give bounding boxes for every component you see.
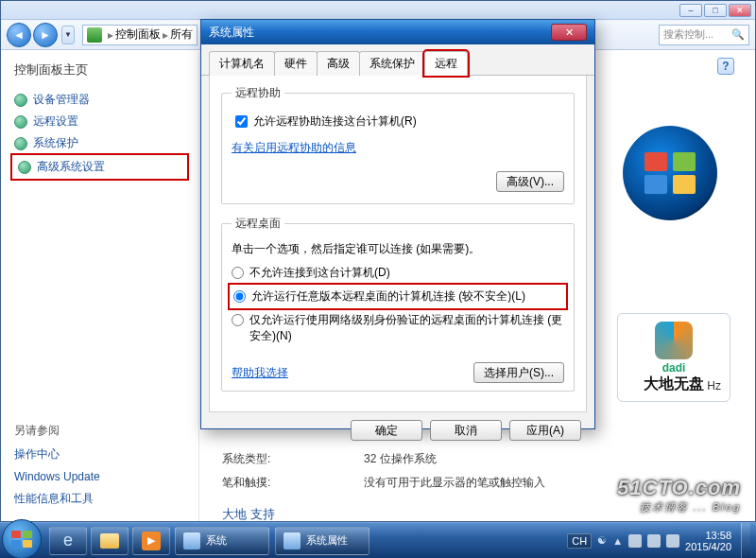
nav-history-dropdown[interactable]: ▼ xyxy=(61,26,75,44)
watermark-text: 51CTO.com xyxy=(617,476,741,499)
remote-desktop-group: 远程桌面 单击一个选项，然后指定谁可以连接 (如果需要)。 不允许连接到这台计算… xyxy=(221,216,575,392)
sidebar: 控制面板主页 设备管理器 远程设置 系统保护 高级系统设置 另请参阅 操作中心 … xyxy=(1,52,199,521)
tab-hardware[interactable]: 硬件 xyxy=(274,51,318,76)
radio-allow-any-version[interactable]: 允许运行任意版本远程桌面的计算机连接 (较不安全)(L) xyxy=(232,287,564,306)
breadcrumb-part[interactable]: 控制面板 xyxy=(115,26,161,43)
search-placeholder: 搜索控制... xyxy=(663,27,713,42)
taskbar-ie-icon[interactable]: e xyxy=(49,527,87,555)
tab-advanced[interactable]: 高级 xyxy=(317,51,360,76)
tray-expand-icon[interactable]: ▲ xyxy=(612,535,623,547)
search-icon: 🔍 xyxy=(731,28,745,41)
sidebar-item-label: 远程设置 xyxy=(33,113,78,130)
taskbar-media-player-icon[interactable]: ▶ xyxy=(132,527,170,555)
remote-assistance-info-link[interactable]: 有关启用远程协助的信息 xyxy=(232,140,356,156)
dadi-icon xyxy=(655,322,693,359)
sidebar-home[interactable]: 控制面板主页 xyxy=(14,61,185,78)
info-value: 没有可用于此显示器的笔或触控输入 xyxy=(364,475,545,491)
system-tray: CH ☯ ▲ 13:58 2015/4/20 xyxy=(567,523,756,559)
see-also-windows-update[interactable]: Windows Update xyxy=(14,470,185,483)
remote-desktop-hint: 单击一个选项，然后指定谁可以连接 (如果需要)。 xyxy=(232,241,564,257)
app-icon xyxy=(183,532,200,549)
checkbox-label: 允许远程协助连接这台计算机(R) xyxy=(253,113,417,130)
tray-flag-icon[interactable] xyxy=(628,534,642,548)
taskbar-explorer-icon[interactable] xyxy=(91,527,129,555)
maximize-button[interactable]: □ xyxy=(704,4,727,17)
minimize-button[interactable]: – xyxy=(679,4,702,17)
window-titlebar: – □ ✕ xyxy=(1,1,755,20)
group-legend: 远程协助 xyxy=(232,85,284,101)
dadi-cn: 大地无盘 xyxy=(644,375,704,394)
tab-remote[interactable]: 远程 xyxy=(424,51,468,76)
taskbar-app-system-properties[interactable]: 系统属性 xyxy=(275,527,369,555)
radio-label: 不允许连接到这台计算机(D) xyxy=(249,265,390,281)
checkbox-input[interactable] xyxy=(235,115,248,128)
taskbar: e ▶ 系统 系统属性 CH ☯ ▲ 13:58 2015/4/20 xyxy=(0,522,756,558)
bullet-icon xyxy=(14,115,27,129)
select-users-button[interactable]: 选择用户(S)... xyxy=(473,362,564,383)
apply-button[interactable]: 应用(A) xyxy=(509,420,581,441)
ime-options-icon[interactable]: ☯ xyxy=(597,534,607,547)
tray-volume-icon[interactable] xyxy=(666,534,679,548)
bullet-icon xyxy=(14,94,27,107)
dialog-titlebar[interactable]: 系统属性 ✕ xyxy=(201,20,594,44)
ime-indicator[interactable]: CH xyxy=(567,533,592,549)
allow-remote-assistance-checkbox[interactable]: 允许远程协助连接这台计算机(R) xyxy=(232,113,564,131)
radio-label: 仅允许运行使用网络级别身份验证的远程桌面的计算机连接 (更安全)(N) xyxy=(249,312,564,344)
radio-allow-nla-only[interactable]: 仅允许运行使用网络级别身份验证的远程桌面的计算机连接 (更安全)(N) xyxy=(232,312,564,344)
hz-label: Hz xyxy=(707,379,721,392)
sidebar-item-advanced-system-settings[interactable]: 高级系统设置 xyxy=(14,157,185,177)
start-button[interactable] xyxy=(2,519,42,559)
breadcrumb[interactable]: ▸ 控制面板 ▸ 所有 xyxy=(82,25,198,45)
radio-label: 允许运行任意版本远程桌面的计算机连接 (较不安全)(L) xyxy=(251,288,525,305)
nav-back-button[interactable]: ◄ xyxy=(7,23,31,47)
dialog-footer: 确定 取消 应用(A) xyxy=(201,420,594,450)
show-desktop-button[interactable] xyxy=(741,523,750,559)
app-icon xyxy=(284,532,301,549)
radio-input[interactable] xyxy=(232,267,244,279)
taskbar-app-label: 系统 xyxy=(206,533,227,548)
dialog-tabs: 计算机名 硬件 高级 系统保护 远程 xyxy=(201,44,594,76)
info-label: 系统类型: xyxy=(222,451,364,467)
tray-network-icon[interactable] xyxy=(647,534,661,548)
see-also-performance[interactable]: 性能信息和工具 xyxy=(14,491,185,507)
dialog-body: 远程协助 允许远程协助连接这台计算机(R) 有关启用远程协助的信息 高级(V).… xyxy=(209,76,587,412)
remote-assistance-advanced-button[interactable]: 高级(V)... xyxy=(496,171,564,192)
group-legend: 远程桌面 xyxy=(232,216,284,232)
radio-input[interactable] xyxy=(233,290,246,303)
tab-computer-name[interactable]: 计算机名 xyxy=(209,51,275,76)
taskbar-app-label: 系统属性 xyxy=(306,533,348,548)
radio-input[interactable] xyxy=(232,314,244,326)
dadi-en: dadi xyxy=(662,361,686,375)
system-icon xyxy=(87,27,102,43)
taskbar-app-system[interactable]: 系统 xyxy=(175,527,269,555)
sidebar-item-label: 高级系统设置 xyxy=(37,159,105,175)
sidebar-item-label: 设备管理器 xyxy=(33,92,90,108)
sidebar-item-device-manager[interactable]: 设备管理器 xyxy=(14,92,185,108)
taskbar-clock[interactable]: 13:58 2015/4/20 xyxy=(685,530,731,552)
nav-forward-button[interactable]: ► xyxy=(33,23,58,47)
sidebar-item-system-protection[interactable]: 系统保护 xyxy=(14,135,185,151)
remote-assistance-group: 远程协助 允许远程协助连接这台计算机(R) 有关启用远程协助的信息 高级(V).… xyxy=(221,85,575,204)
watermark: 51CTO.com 技术博客 ... Blog xyxy=(617,476,741,514)
see-also-header: 另请参阅 xyxy=(14,423,185,439)
ok-button[interactable]: 确定 xyxy=(351,420,422,441)
watermark-sub: 技术博客 ... Blog xyxy=(617,500,741,514)
dialog-title: 系统属性 xyxy=(209,25,254,41)
see-also-action-center[interactable]: 操作中心 xyxy=(14,446,185,462)
bullet-icon xyxy=(18,161,31,174)
clock-time: 13:58 xyxy=(685,530,731,541)
cancel-button[interactable]: 取消 xyxy=(430,420,502,441)
info-label: 笔和触摸: xyxy=(222,475,364,491)
breadcrumb-part[interactable]: 所有 xyxy=(170,26,193,43)
window-close-button[interactable]: ✕ xyxy=(729,4,751,17)
tab-system-protection[interactable]: 系统保护 xyxy=(359,51,425,76)
radio-dont-allow[interactable]: 不允许连接到这台计算机(D) xyxy=(232,265,564,281)
sidebar-item-remote-settings[interactable]: 远程设置 xyxy=(14,113,185,130)
info-value: 32 位操作系统 xyxy=(364,451,437,467)
search-input[interactable]: 搜索控制... 🔍 xyxy=(659,25,749,45)
system-properties-dialog: 系统属性 ✕ 计算机名 硬件 高级 系统保护 远程 远程协助 允许远程协助连接这… xyxy=(200,19,595,429)
windows-logo-icon xyxy=(623,126,717,220)
dialog-close-button[interactable]: ✕ xyxy=(551,24,587,41)
info-row: 系统类型: 32 位操作系统 xyxy=(222,451,732,467)
help-me-choose-link[interactable]: 帮助我选择 xyxy=(232,365,288,381)
